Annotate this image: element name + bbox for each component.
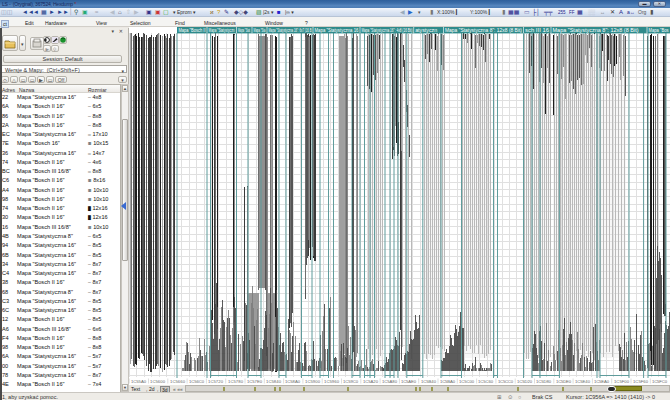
- svg-text:1C59C0: 1C59C0: [343, 379, 359, 384]
- svg-text:1C5840: 1C5840: [266, 379, 282, 384]
- svg-text:1C5F00: 1C5F00: [614, 379, 630, 384]
- svg-text:1C5720: 1C5720: [208, 379, 224, 384]
- svg-text:Mapa "Statystyczna 16": 6x7 (1: Mapa "Statystyczna 16": 6x7 (16 B: [269, 27, 312, 33]
- svg-text:1C5FC0: 1C5FC0: [652, 379, 668, 384]
- svg-text:Mapa "Statystyczna 8": 12x8 (8: Mapa "Statystyczna 8": 12x8 (8 Bit): [445, 27, 522, 33]
- svg-text:1C5780: 1C5780: [228, 379, 244, 384]
- svg-text:1C5E40: 1C5E40: [575, 379, 591, 384]
- svg-text:1C5EA0: 1C5EA0: [594, 379, 610, 384]
- svg-text:1C5D20: 1C5D20: [517, 379, 533, 384]
- svg-text:1C5C00: 1C5C00: [459, 379, 475, 384]
- svg-text:Mapa "Statystyczna 8": 12x8 (8: Mapa "Statystyczna 8": 12x8 (8 Bit): [553, 27, 639, 33]
- svg-text:1C5600: 1C5600: [150, 379, 166, 384]
- svg-text:Mapa "Statystyczna 16: Mapa "Statystyczna 16: [315, 27, 359, 33]
- svg-text:1C5A20: 1C5A20: [363, 379, 379, 384]
- svg-text:Mapa "Stat: Mapa "Stat: [238, 27, 250, 33]
- svg-text:Mapa "Statystyczna 16": 4x8 (1: Mapa "Statystyczna 16": 4x8 (16 Bit): [362, 27, 413, 33]
- svg-text:1C5D80: 1C5D80: [536, 379, 552, 384]
- svg-text:1C57E0: 1C57E0: [247, 379, 263, 384]
- svg-text:1C55A0: 1C55A0: [131, 379, 147, 384]
- svg-text:1C58A0: 1C58A0: [285, 379, 301, 384]
- svg-text:1C5960: 1C5960: [324, 379, 340, 384]
- svg-text:1C5660: 1C5660: [170, 379, 186, 384]
- svg-text:1C5F60: 1C5F60: [633, 379, 649, 384]
- svg-text:1C5AE0: 1C5AE0: [401, 379, 417, 384]
- svg-text:Mapa "Bosch II: Mapa "Bosch II: [179, 27, 206, 33]
- svg-text:1C5A80: 1C5A80: [382, 379, 398, 384]
- svg-text:sch III 16: sch III 16: [525, 27, 549, 33]
- svg-text:Mapa "Statystyczn: Mapa "Statystyczn: [209, 27, 235, 33]
- svg-text:1C56C0: 1C56C0: [189, 379, 205, 384]
- svg-text:1C5B40: 1C5B40: [421, 379, 437, 384]
- svg-text:Mapa "Bos: Mapa "Bos: [649, 27, 669, 33]
- svg-text:1C5C60: 1C5C60: [478, 379, 494, 384]
- svg-text:Mapa "Sta: Mapa "Sta: [254, 27, 266, 33]
- svg-text:1C5DE0: 1C5DE0: [556, 379, 572, 384]
- svg-text:1C5900: 1C5900: [305, 379, 321, 384]
- svg-text:1C5BA0: 1C5BA0: [440, 379, 456, 384]
- svg-text:1C5CC0: 1C5CC0: [498, 379, 514, 384]
- svg-text:atystyczn: atystyczn: [415, 27, 437, 33]
